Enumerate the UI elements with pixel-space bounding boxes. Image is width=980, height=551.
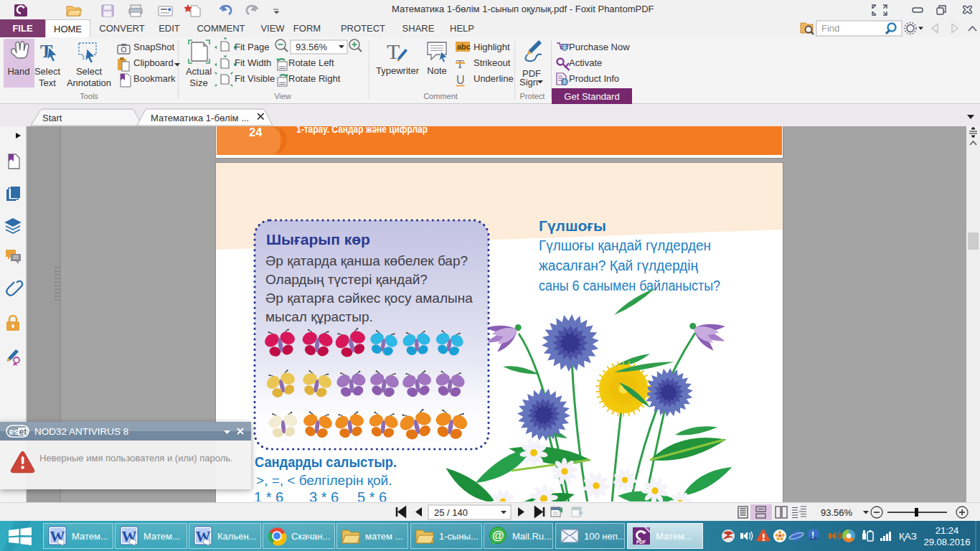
svg-text:Size: Size <box>189 77 207 88</box>
svg-text:Note: Note <box>427 65 446 76</box>
svg-text:Әр қатарда қанша көбелек бар?: Әр қатарда қанша көбелек бар? <box>265 253 468 268</box>
svg-text:саны 6 санымен байланысты?: саны 6 санымен байланысты? <box>539 278 720 293</box>
svg-text:Typewriter: Typewriter <box>376 65 420 76</box>
svg-text:abc: abc <box>457 42 471 51</box>
svg-text:Select: Select <box>34 66 61 77</box>
svg-text:Hand: Hand <box>7 66 29 77</box>
svg-text:Comment: Comment <box>423 92 458 100</box>
svg-text:Start: Start <box>42 113 62 123</box>
svg-text:>, =, < белгілерін қой.: >, =, < белгілерін қой. <box>256 473 392 488</box>
svg-text:Гүлшоғы қандай гүлдерден: Гүлшоғы қандай гүлдерден <box>539 237 711 253</box>
svg-text:Математика 1-бөлім ...: Математика 1-бөлім ... <box>151 113 249 123</box>
svg-text:Clipboard: Clipboard <box>133 57 174 68</box>
svg-text:Bookmark: Bookmark <box>133 73 176 84</box>
svg-text:25 / 140: 25 / 140 <box>434 507 468 518</box>
svg-text:Get Standard: Get Standard <box>564 91 619 102</box>
svg-text:1 * 6: 1 * 6 <box>254 489 283 501</box>
svg-text:Annotation: Annotation <box>67 77 111 88</box>
svg-text:Activate: Activate <box>569 57 602 68</box>
svg-text:et: et <box>19 427 27 437</box>
svg-text:21:24: 21:24 <box>936 525 959 536</box>
svg-text:Әр қатарға сәйкес қосу амалына: Әр қатарға сәйкес қосу амалына <box>265 291 473 306</box>
svg-text:Underline: Underline <box>473 73 514 84</box>
svg-text:Protect: Protect <box>520 92 545 100</box>
svg-text:1-тарау. Сандар және цифрлар: 1-тарау. Сандар және цифрлар <box>296 126 428 135</box>
svg-text:29.08.2016: 29.08.2016 <box>923 537 970 547</box>
svg-text:Tools: Tools <box>80 92 98 100</box>
svg-text:NOD32 ANTIVIRUS 8: NOD32 ANTIVIRUS 8 <box>34 426 128 437</box>
svg-text:Fit Width: Fit Width <box>235 57 271 68</box>
svg-text:!: ! <box>811 530 814 540</box>
svg-text:Sign: Sign <box>519 77 538 88</box>
svg-text:Rotate Right: Rotate Right <box>288 73 341 84</box>
svg-text:Гүлшоғы: Гүлшоғы <box>539 217 606 234</box>
svg-text:Select: Select <box>76 66 103 77</box>
svg-text:T: T <box>456 57 464 71</box>
svg-text:Олардың түстері қандай?: Олардың түстері қандай? <box>265 272 428 287</box>
svg-text:24: 24 <box>249 126 263 138</box>
svg-text:Сандарды салыстыр.: Сандарды салыстыр. <box>255 454 397 470</box>
svg-text:Actual: Actual <box>186 66 212 77</box>
svg-text:5 * 6: 5 * 6 <box>357 489 387 501</box>
svg-text:Fit Page: Fit Page <box>235 42 269 52</box>
svg-text:es: es <box>9 427 19 437</box>
svg-text:мысал құрастыр.: мысал құрастыр. <box>265 309 373 324</box>
svg-text:SnapShot: SnapShot <box>133 42 174 52</box>
svg-text:3 * 6: 3 * 6 <box>309 489 339 501</box>
svg-text:U: U <box>456 74 465 86</box>
svg-text:Неверные имя пользователя и (и: Неверные имя пользователя и (или) пароль… <box>39 453 233 463</box>
svg-text:View: View <box>274 92 291 100</box>
svg-text:Strikeout: Strikeout <box>473 57 511 68</box>
svg-text:Fit Visible: Fit Visible <box>235 73 275 84</box>
svg-text:Highlight: Highlight <box>473 42 510 52</box>
svg-text:Product Info: Product Info <box>569 73 619 84</box>
svg-text:PDF: PDF <box>636 540 646 545</box>
svg-text:93.56%: 93.56% <box>296 42 328 52</box>
svg-text:жасалған? Қай гүлдердің: жасалған? Қай гүлдердің <box>539 258 698 273</box>
svg-text:Text: Text <box>39 77 56 88</box>
svg-text:@: @ <box>492 529 504 542</box>
svg-text:93.56%: 93.56% <box>821 507 853 518</box>
svg-text:Purchase Now: Purchase Now <box>569 42 630 52</box>
svg-text:Find: Find <box>821 23 839 34</box>
svg-text:ҚАЗ: ҚАЗ <box>899 531 917 542</box>
svg-text:Шығарып көр: Шығарып көр <box>266 231 370 248</box>
svg-text:Rotate Left: Rotate Left <box>288 57 334 68</box>
